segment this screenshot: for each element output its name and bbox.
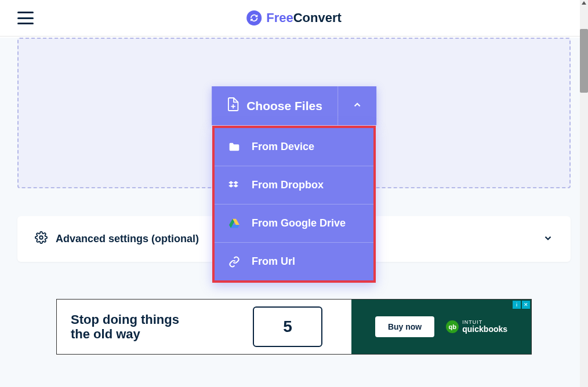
dropdown-from-device[interactable]: From Device — [215, 128, 373, 166]
svg-point-2 — [39, 236, 43, 239]
ad-cta-area: Buy now qb INTUIT quickbooks — [351, 300, 531, 354]
brand-free: Free — [266, 10, 293, 25]
dropdown-from-google-drive[interactable]: From Google Drive — [215, 204, 373, 242]
main-content: Choose Files From Device — [0, 38, 588, 387]
advanced-settings-label: Advanced settings (optional) — [56, 233, 199, 245]
dropdown-item-label: From Device — [252, 141, 314, 153]
scroll-up-arrow-icon[interactable] — [582, 1, 586, 5]
file-add-icon — [227, 97, 239, 115]
dropdown-from-dropbox[interactable]: From Dropbox — [215, 166, 373, 204]
dropdown-from-url[interactable]: From Url — [215, 242, 373, 280]
ad-slogan: Stop doing things the old way — [71, 312, 187, 342]
ad-close-icon[interactable]: ✕ — [522, 301, 530, 309]
ad-brand-name: quickbooks — [462, 325, 507, 334]
ad-brand: qb INTUIT quickbooks — [446, 320, 507, 334]
google-drive-icon — [228, 218, 240, 229]
ad-monitor-number: 5 — [283, 317, 292, 336]
source-dropdown: From Device From Dropbox From Google Dri… — [212, 126, 376, 283]
scrollbar-thumb[interactable] — [580, 29, 588, 93]
link-icon — [228, 256, 240, 268]
logo-refresh-icon — [246, 10, 262, 25]
choose-files-toggle[interactable] — [337, 86, 376, 125]
chevron-up-icon — [352, 100, 362, 112]
brand-text: FreeConvert — [266, 10, 342, 25]
gear-icon — [35, 231, 48, 247]
chevron-down-icon — [543, 233, 553, 246]
ad-info-icon[interactable]: i — [513, 301, 521, 309]
ad-banner[interactable]: Stop doing things the old way 5 Buy now … — [56, 299, 532, 355]
brand-logo[interactable]: FreeConvert — [246, 10, 342, 25]
ad-illustration: 5 — [224, 300, 351, 354]
ad-monitor-graphic: 5 — [253, 306, 322, 347]
quickbooks-logo-icon: qb — [446, 320, 459, 333]
dropbox-icon — [228, 180, 240, 191]
folder-icon — [228, 141, 240, 153]
dropdown-item-label: From Url — [252, 255, 295, 268]
choose-files-group: Choose Files — [212, 86, 376, 125]
ad-buy-button[interactable]: Buy now — [375, 316, 434, 337]
app-header: FreeConvert — [0, 0, 588, 36]
menu-hamburger[interactable] — [17, 12, 34, 24]
ad-slogan-area: Stop doing things the old way — [57, 300, 224, 354]
brand-convert: Convert — [293, 10, 342, 25]
dropdown-item-label: From Google Drive — [252, 217, 346, 229]
dropdown-item-label: From Dropbox — [252, 179, 324, 191]
choose-files-button[interactable]: Choose Files — [212, 86, 337, 125]
ad-choices-badges: i ✕ — [513, 301, 530, 309]
choose-files-label: Choose Files — [246, 99, 322, 113]
